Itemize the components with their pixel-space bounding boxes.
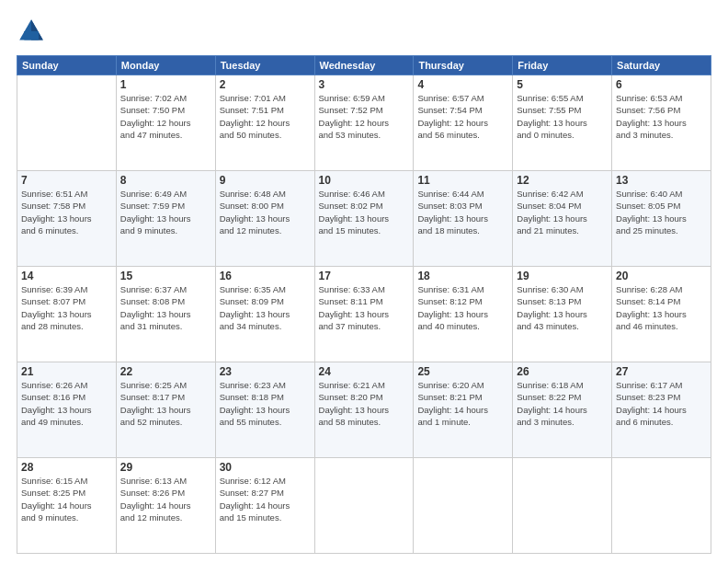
- day-info: Sunrise: 6:31 AM Sunset: 8:12 PM Dayligh…: [417, 283, 508, 332]
- calendar-cell: [513, 458, 612, 554]
- day-info: Sunrise: 6:40 AM Sunset: 8:05 PM Dayligh…: [616, 188, 707, 236]
- day-info: Sunrise: 6:57 AM Sunset: 7:54 PM Dayligh…: [417, 92, 508, 141]
- calendar-cell: [314, 458, 414, 554]
- day-info: Sunrise: 6:28 AM Sunset: 8:14 PM Dayligh…: [616, 283, 707, 332]
- day-number: 8: [120, 174, 211, 187]
- calendar-cell: [414, 458, 513, 554]
- day-number: 5: [517, 78, 608, 91]
- day-info: Sunrise: 6:51 AM Sunset: 7:58 PM Dayligh…: [21, 188, 112, 236]
- calendar-table: SundayMondayTuesdayWednesdayThursdayFrid…: [17, 55, 711, 554]
- calendar-cell: 19Sunrise: 6:30 AM Sunset: 8:13 PM Dayli…: [513, 267, 612, 362]
- day-number: 25: [417, 365, 508, 378]
- day-number: 9: [220, 174, 311, 187]
- calendar-cell: 29Sunrise: 6:13 AM Sunset: 8:26 PM Dayli…: [116, 458, 215, 554]
- calendar-cell: 10Sunrise: 6:46 AM Sunset: 8:02 PM Dayli…: [314, 171, 414, 267]
- day-info: Sunrise: 6:42 AM Sunset: 8:04 PM Dayligh…: [517, 188, 608, 236]
- day-info: Sunrise: 6:37 AM Sunset: 8:08 PM Dayligh…: [120, 283, 211, 332]
- day-number: 18: [417, 270, 508, 282]
- logo-icon: [17, 17, 46, 46]
- day-number: 1: [120, 78, 211, 91]
- calendar-cell: 9Sunrise: 6:48 AM Sunset: 8:00 PM Daylig…: [215, 171, 314, 267]
- day-info: Sunrise: 7:01 AM Sunset: 7:51 PM Dayligh…: [220, 92, 311, 141]
- weekday-header: Friday: [513, 56, 612, 75]
- day-info: Sunrise: 6:55 AM Sunset: 7:55 PM Dayligh…: [517, 92, 608, 141]
- weekday-header: Monday: [116, 56, 215, 75]
- day-info: Sunrise: 6:44 AM Sunset: 8:03 PM Dayligh…: [417, 188, 508, 236]
- calendar-cell: 27Sunrise: 6:17 AM Sunset: 8:23 PM Dayli…: [612, 362, 711, 458]
- calendar-cell: 20Sunrise: 6:28 AM Sunset: 8:14 PM Dayli…: [612, 267, 711, 362]
- calendar-header-row: SundayMondayTuesdayWednesdayThursdayFrid…: [17, 56, 711, 75]
- day-number: 14: [21, 270, 112, 282]
- day-info: Sunrise: 6:12 AM Sunset: 8:27 PM Dayligh…: [220, 475, 311, 523]
- calendar-cell: 2Sunrise: 7:01 AM Sunset: 7:51 PM Daylig…: [215, 75, 314, 171]
- day-info: Sunrise: 6:49 AM Sunset: 7:59 PM Dayligh…: [120, 188, 211, 236]
- day-info: Sunrise: 6:46 AM Sunset: 8:02 PM Dayligh…: [319, 188, 410, 236]
- day-info: Sunrise: 7:02 AM Sunset: 7:50 PM Dayligh…: [120, 92, 211, 141]
- calendar-cell: [612, 458, 711, 554]
- calendar-cell: 14Sunrise: 6:39 AM Sunset: 8:07 PM Dayli…: [17, 267, 117, 362]
- calendar-cell: 6Sunrise: 6:53 AM Sunset: 7:56 PM Daylig…: [612, 75, 711, 171]
- calendar-cell: 28Sunrise: 6:15 AM Sunset: 8:25 PM Dayli…: [17, 458, 117, 554]
- day-number: 28: [21, 461, 112, 474]
- calendar-cell: 22Sunrise: 6:25 AM Sunset: 8:17 PM Dayli…: [116, 362, 215, 458]
- day-number: 30: [220, 461, 311, 474]
- day-number: 20: [616, 270, 707, 282]
- calendar-cell: 25Sunrise: 6:20 AM Sunset: 8:21 PM Dayli…: [414, 362, 513, 458]
- weekday-header: Wednesday: [314, 56, 414, 75]
- day-number: 23: [220, 365, 311, 378]
- day-number: 16: [220, 270, 311, 282]
- day-number: 29: [120, 461, 211, 474]
- calendar-cell: 1Sunrise: 7:02 AM Sunset: 7:50 PM Daylig…: [116, 75, 215, 171]
- day-number: 19: [517, 270, 608, 282]
- calendar-cell: 8Sunrise: 6:49 AM Sunset: 7:59 PM Daylig…: [116, 171, 215, 267]
- calendar-cell: 11Sunrise: 6:44 AM Sunset: 8:03 PM Dayli…: [414, 171, 513, 267]
- calendar-cell: 16Sunrise: 6:35 AM Sunset: 8:09 PM Dayli…: [215, 267, 314, 362]
- day-number: 11: [417, 174, 508, 187]
- day-info: Sunrise: 6:21 AM Sunset: 8:20 PM Dayligh…: [319, 379, 410, 428]
- calendar-cell: 13Sunrise: 6:40 AM Sunset: 8:05 PM Dayli…: [612, 171, 711, 267]
- day-number: 3: [319, 78, 410, 91]
- calendar-cell: 5Sunrise: 6:55 AM Sunset: 7:55 PM Daylig…: [513, 75, 612, 171]
- calendar-cell: 7Sunrise: 6:51 AM Sunset: 7:58 PM Daylig…: [17, 171, 117, 267]
- day-info: Sunrise: 6:53 AM Sunset: 7:56 PM Dayligh…: [616, 92, 707, 141]
- logo: [17, 17, 51, 46]
- calendar-cell: 4Sunrise: 6:57 AM Sunset: 7:54 PM Daylig…: [414, 75, 513, 171]
- calendar-cell: 24Sunrise: 6:21 AM Sunset: 8:20 PM Dayli…: [314, 362, 414, 458]
- day-info: Sunrise: 6:15 AM Sunset: 8:25 PM Dayligh…: [21, 475, 112, 523]
- day-number: 10: [319, 174, 410, 187]
- day-info: Sunrise: 6:59 AM Sunset: 7:52 PM Dayligh…: [319, 92, 410, 141]
- calendar-cell: 17Sunrise: 6:33 AM Sunset: 8:11 PM Dayli…: [314, 267, 414, 362]
- weekday-header: Thursday: [414, 56, 513, 75]
- day-info: Sunrise: 6:25 AM Sunset: 8:17 PM Dayligh…: [120, 379, 211, 428]
- day-info: Sunrise: 6:20 AM Sunset: 8:21 PM Dayligh…: [417, 379, 508, 428]
- calendar-cell: 18Sunrise: 6:31 AM Sunset: 8:12 PM Dayli…: [414, 267, 513, 362]
- calendar-week-row: 28Sunrise: 6:15 AM Sunset: 8:25 PM Dayli…: [17, 458, 711, 554]
- weekday-header: Tuesday: [215, 56, 314, 75]
- day-info: Sunrise: 6:30 AM Sunset: 8:13 PM Dayligh…: [517, 283, 608, 332]
- day-info: Sunrise: 6:23 AM Sunset: 8:18 PM Dayligh…: [220, 379, 311, 428]
- calendar-week-row: 7Sunrise: 6:51 AM Sunset: 7:58 PM Daylig…: [17, 171, 711, 267]
- calendar-cell: 23Sunrise: 6:23 AM Sunset: 8:18 PM Dayli…: [215, 362, 314, 458]
- day-number: 2: [220, 78, 311, 91]
- day-number: 22: [120, 365, 211, 378]
- day-info: Sunrise: 6:35 AM Sunset: 8:09 PM Dayligh…: [220, 283, 311, 332]
- calendar-cell: 21Sunrise: 6:26 AM Sunset: 8:16 PM Dayli…: [17, 362, 117, 458]
- day-number: 17: [319, 270, 410, 282]
- calendar-cell: 12Sunrise: 6:42 AM Sunset: 8:04 PM Dayli…: [513, 171, 612, 267]
- day-info: Sunrise: 6:13 AM Sunset: 8:26 PM Dayligh…: [120, 475, 211, 523]
- day-number: 15: [120, 270, 211, 282]
- day-info: Sunrise: 6:39 AM Sunset: 8:07 PM Dayligh…: [21, 283, 112, 332]
- day-info: Sunrise: 6:26 AM Sunset: 8:16 PM Dayligh…: [21, 379, 112, 428]
- day-info: Sunrise: 6:18 AM Sunset: 8:22 PM Dayligh…: [517, 379, 608, 428]
- page: SundayMondayTuesdayWednesdayThursdayFrid…: [0, 0, 728, 563]
- day-number: 12: [517, 174, 608, 187]
- day-info: Sunrise: 6:33 AM Sunset: 8:11 PM Dayligh…: [319, 283, 410, 332]
- day-number: 27: [616, 365, 707, 378]
- header: [17, 17, 711, 46]
- day-number: 21: [21, 365, 112, 378]
- calendar-cell: [17, 75, 117, 171]
- calendar-week-row: 1Sunrise: 7:02 AM Sunset: 7:50 PM Daylig…: [17, 75, 711, 171]
- calendar-cell: 30Sunrise: 6:12 AM Sunset: 8:27 PM Dayli…: [215, 458, 314, 554]
- weekday-header: Saturday: [612, 56, 711, 75]
- day-number: 7: [21, 174, 112, 187]
